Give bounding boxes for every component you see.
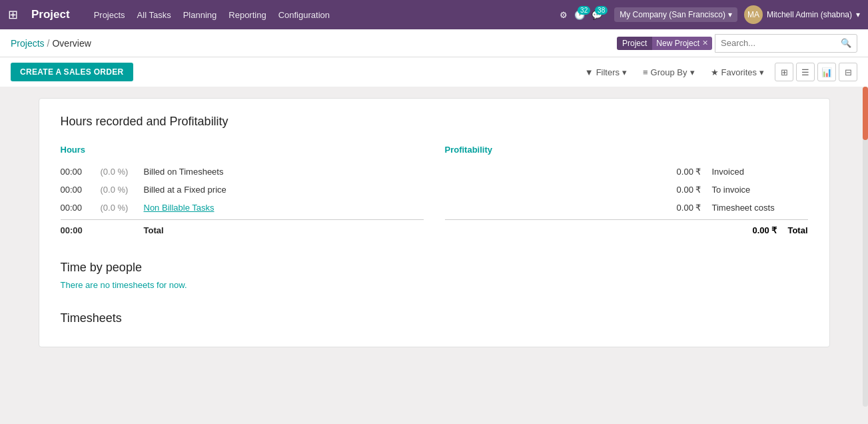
filter-tag-close[interactable]: ✕: [702, 39, 708, 47]
hours-total-row: 00:00 Total: [61, 219, 424, 239]
favorites-label: Favorites: [721, 67, 757, 77]
hours-time-0: 00:00: [61, 167, 101, 177]
no-timesheets-message: There are no timesheets for now.: [61, 280, 808, 290]
list-icon: ☰: [801, 67, 809, 77]
prof-row-0: 0.00 ₹ Invoiced: [445, 163, 808, 181]
hours-label-1: Billed at a Fixed price: [144, 185, 226, 195]
nav-projects[interactable]: Projects: [94, 10, 125, 20]
user-dropdown-icon: ▾: [856, 10, 860, 19]
prof-amount-2: 0.00 ₹: [648, 203, 701, 213]
user-name: Mitchell Admin (shabna): [767, 10, 852, 19]
avatar: MA: [744, 5, 763, 24]
timesheets-section: Timesheets: [61, 311, 808, 325]
prof-label-0: Invoiced: [701, 167, 808, 177]
section-title: Hours recorded and Profitability: [61, 115, 808, 129]
breadcrumb-separator: /: [47, 38, 50, 49]
action-right: ▼ Filters ▾ ≡ Group By ▾ ★ Favorites ▾ ⊞…: [580, 63, 857, 81]
hours-pct-1: (0.0 %): [101, 185, 144, 195]
search-input[interactable]: [715, 38, 835, 48]
profitability-column: Profitability 0.00 ₹ Invoiced 0.00 ₹ To …: [445, 145, 808, 239]
nav-all-tasks[interactable]: All Tasks: [137, 10, 171, 20]
filter-tag-value: New Project ✕: [652, 37, 712, 50]
grid-icon: ⊟: [845, 67, 852, 77]
top-navigation: ⊞ Project Projects All Tasks Planning Re…: [0, 0, 868, 29]
profitability-col-title: Profitability: [445, 145, 808, 155]
search-input-wrap: 🔍: [715, 34, 857, 53]
grid-view-button[interactable]: ⊟: [839, 63, 857, 81]
hp-grid: Hours 00:00 (0.0 %) Billed on Timesheets…: [61, 145, 808, 239]
app-grid-icon[interactable]: ⊞: [8, 7, 18, 22]
hours-col-title: Hours: [61, 145, 424, 155]
kanban-icon: ⊞: [781, 67, 788, 77]
prof-amount-0: 0.00 ₹: [648, 167, 701, 177]
group-by-dropdown-icon: ▾: [690, 67, 695, 77]
group-by-icon: ≡: [643, 67, 648, 77]
prof-total-label: Total: [777, 225, 807, 235]
filters-label: Filters: [596, 67, 620, 77]
hours-time-1: 00:00: [61, 185, 101, 195]
nav-right: ⚙ 🕐 32 💬 38 My Company (San Francisco) ▾…: [560, 5, 860, 24]
hours-pct-0: (0.0 %): [101, 167, 144, 177]
settings-icon-badge[interactable]: ⚙: [560, 10, 568, 20]
company-dropdown-icon: ▾: [728, 10, 732, 19]
kanban-view-button[interactable]: ⊞: [775, 63, 793, 81]
favorites-star-icon: ★: [711, 67, 719, 77]
messages-icon-badge[interactable]: 💬 38: [592, 10, 602, 20]
action-bar: CREATE A SALES ORDER ▼ Filters ▾ ≡ Group…: [0, 57, 868, 87]
time-by-people-title: Time by people: [61, 261, 808, 275]
timesheets-title: Timesheets: [61, 311, 808, 325]
company-selector[interactable]: My Company (San Francisco) ▾: [614, 7, 737, 22]
prof-amount-1: 0.00 ₹: [648, 185, 701, 195]
scrollbar[interactable]: [863, 87, 868, 358]
list-view-button[interactable]: ☰: [796, 63, 815, 81]
group-by-button[interactable]: ≡ Group By ▾: [638, 65, 700, 80]
main-content: Hours recorded and Profitability Hours 0…: [28, 87, 841, 358]
activity-icon-badge[interactable]: 🕐 32: [574, 10, 585, 20]
content-card: Hours recorded and Profitability Hours 0…: [39, 98, 830, 347]
favorites-dropdown-icon: ▾: [759, 67, 764, 77]
breadcrumb-current: Overview: [52, 38, 91, 49]
hours-total-label: Total: [144, 225, 164, 235]
nav-configuration[interactable]: Configuration: [278, 10, 330, 20]
filter-tag-value-text: New Project: [656, 39, 699, 48]
nav-reporting[interactable]: Reporting: [228, 10, 266, 20]
app-name: Project: [31, 8, 70, 21]
breadcrumb: Projects / Overview: [11, 38, 609, 49]
hours-row-0: 00:00 (0.0 %) Billed on Timesheets: [61, 163, 424, 181]
nav-links: Projects All Tasks Planning Reporting Co…: [94, 10, 550, 20]
hours-column: Hours 00:00 (0.0 %) Billed on Timesheets…: [61, 145, 424, 239]
hours-label-0: Billed on Timesheets: [144, 167, 224, 177]
prof-total-amount: 0.00 ₹: [723, 225, 777, 235]
filter-tag-label: Project: [617, 37, 652, 50]
user-menu[interactable]: MA Mitchell Admin (shabna) ▾: [744, 5, 860, 24]
time-by-people-section: Time by people There are no timesheets f…: [61, 261, 808, 290]
prof-label-1: To invoice: [701, 185, 808, 195]
company-name: My Company (San Francisco): [620, 10, 725, 19]
prof-label-2: Timesheet costs: [701, 203, 808, 213]
group-by-label: Group By: [651, 67, 687, 77]
hours-row-1: 00:00 (0.0 %) Billed at a Fixed price: [61, 181, 424, 199]
hours-time-2: 00:00: [61, 203, 101, 213]
hours-row-2: 00:00 (0.0 %) Non Billable Tasks: [61, 199, 424, 217]
search-icon[interactable]: 🔍: [835, 38, 857, 48]
create-sales-order-button[interactable]: CREATE A SALES ORDER: [11, 63, 133, 81]
filter-icon: ▼: [585, 67, 594, 77]
hours-pct-2: (0.0 %): [101, 203, 144, 213]
breadcrumb-parent[interactable]: Projects: [11, 38, 45, 49]
prof-total-row: 0.00 ₹ Total: [445, 219, 808, 239]
nav-planning[interactable]: Planning: [183, 10, 217, 20]
chart-view-button[interactable]: 📊: [817, 63, 836, 81]
prof-row-1: 0.00 ₹ To invoice: [445, 181, 808, 199]
hours-profitability-section: Hours recorded and Profitability Hours 0…: [61, 115, 808, 239]
chart-icon: 📊: [821, 67, 832, 77]
favorites-button[interactable]: ★ Favorites ▾: [705, 65, 769, 80]
prof-row-2: 0.00 ₹ Timesheet costs: [445, 199, 808, 217]
messages-badge: 38: [595, 6, 608, 15]
settings-icon: ⚙: [560, 10, 568, 20]
hours-label-2[interactable]: Non Billable Tasks: [144, 203, 215, 213]
filters-button[interactable]: ▼ Filters ▾: [580, 65, 632, 80]
filter-tag: Project New Project ✕: [617, 37, 712, 50]
scrollbar-thumb[interactable]: [863, 87, 868, 140]
breadcrumb-bar: Projects / Overview Project New Project …: [0, 29, 868, 57]
filters-dropdown-icon: ▾: [622, 67, 627, 77]
